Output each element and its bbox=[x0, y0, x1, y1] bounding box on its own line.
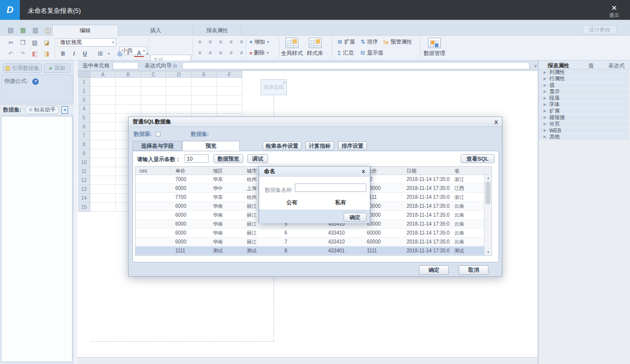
reference-dataset-button[interactable]: 引用数据集 bbox=[3, 63, 42, 73]
table-helper-button[interactable]: ⊞ 制表助手 bbox=[25, 106, 60, 114]
tree-expand-icon[interactable]: ▶ bbox=[544, 116, 546, 120]
grid-row-header[interactable]: 13 bbox=[78, 185, 90, 194]
grid-cell[interactable] bbox=[90, 78, 116, 87]
redo-icon[interactable]: ↷ bbox=[18, 49, 28, 58]
tree-expand-icon[interactable]: ▶ bbox=[544, 90, 546, 94]
grid-cell[interactable] bbox=[166, 96, 192, 105]
selected-cell-input[interactable] bbox=[113, 62, 139, 69]
grid-cell[interactable] bbox=[166, 78, 192, 87]
grid-column-header[interactable]: A bbox=[90, 71, 116, 78]
grid-cell[interactable] bbox=[90, 167, 116, 176]
grid-cell[interactable] bbox=[192, 96, 217, 105]
table-row[interactable]: 1111测试测试843340111112018-11-14 17:35:0测试 bbox=[136, 246, 491, 255]
grid-row-header[interactable]: 9 bbox=[78, 149, 90, 158]
delete-rows-button[interactable]: × 删除 ▾ bbox=[249, 49, 269, 57]
grid-row-header[interactable]: 7 bbox=[78, 131, 90, 140]
fill-color-icon[interactable]: ◍ bbox=[115, 49, 125, 58]
grid-cell[interactable] bbox=[90, 194, 116, 203]
global-style-button[interactable]: 全局样式 bbox=[281, 38, 303, 57]
grid-cell[interactable] bbox=[90, 122, 116, 131]
paper-edge-marker[interactable]: 纸张边线 x bbox=[261, 79, 287, 95]
grid-row-header[interactable]: 6 bbox=[78, 122, 90, 131]
data-manage-button[interactable]: 数据管理 bbox=[423, 38, 445, 57]
close-icon[interactable]: × bbox=[604, 3, 624, 12]
grid-row-header[interactable]: 1 bbox=[78, 78, 90, 87]
indent-increase-icon[interactable]: ≡ bbox=[237, 38, 246, 46]
expression-input[interactable] bbox=[182, 62, 530, 69]
grid-cell[interactable] bbox=[217, 96, 242, 105]
grid-corner-cell[interactable] bbox=[78, 71, 90, 78]
bold-button[interactable]: B bbox=[59, 51, 68, 57]
tree-expand-icon[interactable]: ▶ bbox=[544, 70, 546, 74]
tree-expand-icon[interactable]: ▶ bbox=[544, 77, 546, 81]
grid-cell[interactable] bbox=[217, 87, 242, 96]
table-header-cell[interactable]: 省 bbox=[450, 167, 485, 175]
ok-button[interactable]: 确定 bbox=[419, 265, 449, 275]
grid-column-header[interactable]: C bbox=[141, 71, 166, 78]
chart-column-icon[interactable]: ≣ bbox=[62, 106, 68, 114]
dataset-name-input[interactable] bbox=[295, 183, 366, 192]
grid-cell[interactable] bbox=[116, 105, 141, 114]
scroll-up-icon[interactable]: ▲ bbox=[485, 175, 492, 181]
chevron-down-icon[interactable]: ▾ bbox=[127, 52, 129, 56]
grid-cell[interactable] bbox=[90, 149, 116, 158]
copy-icon[interactable]: ❐ bbox=[18, 38, 28, 47]
export-icon[interactable]: ▥ bbox=[32, 26, 39, 34]
property-tree-item[interactable]: ▶显示 bbox=[539, 89, 629, 95]
table-header-cell[interactable]: 地区 bbox=[209, 167, 243, 175]
grid-row-header[interactable]: 8 bbox=[78, 140, 90, 149]
warning-attr-button[interactable]: !o 预警属性 bbox=[383, 38, 412, 46]
scrollbar-thumb[interactable] bbox=[486, 182, 490, 204]
display-count-input[interactable] bbox=[185, 154, 209, 163]
grid-cell[interactable] bbox=[90, 203, 116, 212]
public-radio-label[interactable]: 公有 bbox=[286, 199, 297, 206]
clear-format-icon[interactable]: ◨ bbox=[42, 49, 52, 58]
tab-preview[interactable]: 预览 bbox=[182, 141, 240, 151]
align-right-icon[interactable]: ≡ bbox=[216, 38, 225, 46]
valign-bottom-icon[interactable]: ≡ bbox=[216, 49, 225, 57]
tab-edit[interactable]: 编辑 bbox=[52, 25, 118, 36]
debug-button[interactable]: 调试 bbox=[247, 154, 268, 163]
search-condition-button[interactable]: 检索条件设置 bbox=[263, 141, 301, 150]
tree-expand-icon[interactable]: ▶ bbox=[544, 128, 546, 132]
grid-cell[interactable] bbox=[90, 87, 116, 96]
tab-select-table-fields[interactable]: 选择表与字段 bbox=[133, 141, 182, 151]
add-dataset-button[interactable]: + 添加 bbox=[44, 63, 70, 73]
grid-cell[interactable] bbox=[192, 78, 217, 87]
grid-cell[interactable] bbox=[116, 87, 141, 96]
exit-control[interactable]: × 退出 bbox=[604, 3, 624, 19]
valign-middle-icon[interactable]: ≡ bbox=[206, 49, 214, 57]
tab-report-properties[interactable]: 报表属性 bbox=[194, 25, 241, 36]
grid-row-header[interactable]: 10 bbox=[78, 158, 90, 167]
grid-cell[interactable] bbox=[141, 96, 166, 105]
dialog-titlebar[interactable]: 普通SQL数据集 x bbox=[129, 117, 502, 127]
table-row[interactable]: 6000华南丽江7433410600002018-11-14 17:35:0云南 bbox=[136, 238, 491, 246]
grid-cell[interactable] bbox=[217, 105, 242, 114]
style-library-button[interactable]: 样式库 bbox=[307, 38, 323, 57]
summarize-button[interactable]: Σ 汇总 bbox=[338, 49, 354, 57]
grid-column-header[interactable]: B bbox=[116, 71, 141, 78]
property-tree-item[interactable]: ▶其他 bbox=[539, 134, 629, 140]
tree-expand-icon[interactable]: ▶ bbox=[544, 109, 546, 113]
data-preview-button[interactable]: 数据预览 bbox=[213, 154, 243, 163]
tree-expand-icon[interactable]: ▶ bbox=[544, 83, 546, 87]
cancel-button[interactable]: 取消 bbox=[459, 265, 489, 275]
grid-column-header[interactable]: D bbox=[166, 71, 192, 78]
grid-cell[interactable] bbox=[90, 131, 116, 140]
grid-cell[interactable] bbox=[166, 87, 192, 96]
design-tutorial-button[interactable]: 设计教程 bbox=[583, 25, 617, 34]
grid-cell[interactable] bbox=[192, 105, 217, 114]
paste-icon[interactable]: ▨ bbox=[30, 38, 40, 47]
font-name-select[interactable]: 微软雅黑 ▾ bbox=[58, 38, 116, 47]
close-icon[interactable]: x bbox=[362, 168, 365, 174]
fx-icon[interactable]: fx bbox=[173, 62, 177, 68]
grid-cell[interactable] bbox=[90, 114, 116, 122]
private-radio-label[interactable]: 私有 bbox=[335, 199, 346, 206]
calc-metric-button[interactable]: 计算指标 bbox=[305, 141, 334, 150]
view-sql-button[interactable]: 查看SQL bbox=[461, 154, 494, 163]
close-icon[interactable]: x bbox=[283, 80, 286, 85]
naming-ok-button[interactable]: 确定 bbox=[344, 213, 366, 222]
tree-expand-icon[interactable]: ▶ bbox=[544, 122, 546, 126]
grid-cell[interactable] bbox=[90, 185, 116, 194]
grid-cell[interactable] bbox=[90, 140, 116, 149]
